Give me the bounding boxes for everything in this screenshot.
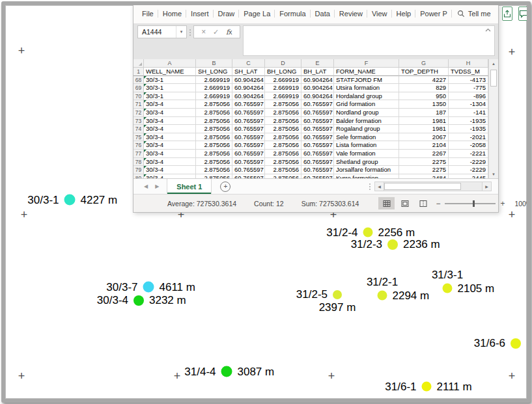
grid-cell[interactable]: 2.875056	[196, 117, 232, 126]
well-dot[interactable]	[363, 228, 373, 237]
grid-cell[interactable]: 2.669919	[196, 84, 232, 92]
grid-cell[interactable]: 30/3-4	[144, 109, 196, 117]
vertical-scroll-thumb[interactable]	[490, 70, 497, 87]
grid-cell[interactable]: 829	[399, 84, 449, 92]
grid-cell[interactable]: 2.875056	[265, 166, 301, 174]
grid-cell[interactable]: 60.904264	[301, 92, 334, 101]
column-header-A[interactable]: A	[144, 59, 196, 68]
ribbon-tab-data[interactable]: Data	[311, 4, 335, 23]
grid-cell[interactable]: 2.875056	[196, 100, 232, 109]
grid-cell[interactable]: 187	[399, 109, 449, 117]
grid-cell[interactable]: Vale formation	[334, 150, 399, 158]
grid-cell[interactable]: 2267	[399, 150, 449, 158]
row-header-74[interactable]: 74	[133, 125, 144, 133]
grid-cell[interactable]: 60.904264	[232, 76, 265, 85]
well-dot[interactable]	[333, 290, 342, 299]
grid-cell[interactable]: 60.765597	[232, 158, 265, 167]
grid-cell[interactable]: Hordaland group	[334, 92, 399, 101]
grid-cell[interactable]: 60.765597	[232, 141, 265, 150]
grid-cell[interactable]: -2229	[449, 158, 488, 167]
grid-cell[interactable]: 1350	[399, 100, 449, 109]
row-header-1[interactable]: 1	[133, 68, 144, 76]
tell-me-box[interactable]: Tell me	[452, 10, 496, 18]
grid-cell[interactable]: -1935	[449, 125, 488, 133]
row-header-68[interactable]: 68	[133, 76, 144, 85]
collapse-formula-bar-icon[interactable]	[485, 28, 491, 32]
grid-cell[interactable]: 2.875056	[196, 133, 232, 142]
grid-cell[interactable]: 2.875056	[196, 158, 232, 167]
page-layout-icon[interactable]	[397, 197, 413, 209]
grid-cell[interactable]: 60.904264	[301, 84, 334, 92]
grid-cell[interactable]: 30/3-4	[144, 166, 196, 174]
row-header-70[interactable]: 70	[133, 92, 144, 101]
grid-cell[interactable]: Sele formation	[334, 133, 399, 142]
grid-cell[interactable]: 60.765597	[301, 158, 334, 167]
grid-cell[interactable]: -2058	[449, 141, 488, 150]
row-header-73[interactable]: 73	[133, 117, 144, 126]
grid-cell[interactable]: -896	[449, 92, 488, 101]
grid-cell[interactable]: 30/3-1	[144, 92, 196, 101]
grid-cell[interactable]: 1981	[399, 117, 449, 126]
grid-cell[interactable]: 60.765597	[301, 150, 334, 158]
grid-cell[interactable]: 60.765597	[232, 133, 265, 142]
grid-cell[interactable]: -2221	[449, 150, 488, 158]
grid-cell[interactable]: 30/3-4	[144, 150, 196, 158]
grid-cell[interactable]: 2.875056	[196, 125, 232, 133]
grid-cell[interactable]: 2.875056	[265, 141, 301, 150]
grid-cell[interactable]: 30/3-1	[144, 76, 196, 85]
row-header-77[interactable]: 77	[133, 150, 144, 158]
well-dot[interactable]	[422, 382, 432, 392]
grid-cell[interactable]: 60.765597	[232, 100, 265, 109]
grid-cell[interactable]: 2.875056	[196, 150, 232, 158]
grid-cell[interactable]: 2275	[399, 158, 449, 167]
grid-cell[interactable]: 2.875056	[265, 125, 301, 133]
well-dot[interactable]	[443, 284, 453, 293]
well-dot[interactable]	[143, 282, 154, 293]
grid-cell[interactable]: Kyrre formation	[334, 174, 399, 178]
grid-cell[interactable]: 30/3-4	[144, 133, 196, 142]
grid-cell[interactable]: -2445	[449, 174, 488, 178]
grid-cell[interactable]: 60.904264	[232, 92, 265, 101]
grid-cell[interactable]: 2.875056	[265, 150, 301, 158]
grid-cell[interactable]: 2.875056	[265, 100, 301, 109]
scroll-down-icon[interactable]: ▼	[489, 170, 498, 178]
grid-cell[interactable]: WELL_NAME	[144, 68, 196, 76]
zoom-out-button[interactable]: −	[436, 199, 440, 208]
row-header-69[interactable]: 69	[133, 84, 144, 92]
grid-cell[interactable]: -775	[449, 84, 488, 92]
scroll-up-icon[interactable]: ▲	[489, 59, 498, 68]
grid-cell[interactable]: 30/3-1	[144, 84, 196, 92]
plus-circle-icon[interactable]: +	[220, 182, 231, 192]
row-header-78[interactable]: 78	[133, 158, 144, 167]
grid-cell[interactable]: -1304	[449, 100, 488, 109]
grid-cell[interactable]: Shetland group	[334, 158, 399, 167]
well-dot[interactable]	[387, 239, 398, 250]
grid-cell[interactable]: FORM_NAME	[334, 68, 399, 76]
grid-cell[interactable]: 60.765597	[301, 133, 334, 142]
grid-cell[interactable]: SH_LAT	[232, 68, 265, 76]
grid-cell[interactable]: 60.765597	[301, 100, 334, 109]
grid-cell[interactable]: 2104	[399, 141, 449, 150]
column-header-B[interactable]: B	[196, 59, 232, 68]
scroll-left-icon[interactable]: ◀	[374, 182, 384, 191]
ribbon-tab-file[interactable]: File	[137, 4, 158, 23]
grid-cell[interactable]: 60.765597	[301, 141, 334, 150]
formula-input[interactable]	[243, 25, 495, 56]
grid-cell[interactable]: 60.904264	[301, 76, 334, 85]
sheet-tab-active[interactable]: Sheet 1	[167, 179, 212, 194]
grid-cell[interactable]: Lista formation	[334, 141, 399, 150]
grid-cell[interactable]: 30/3-4	[144, 125, 196, 133]
grid-cell[interactable]: 2.875056	[265, 133, 301, 142]
grid-cell[interactable]: 2067	[399, 133, 449, 142]
grid-cell[interactable]: 2.669919	[265, 92, 301, 101]
column-header-D[interactable]: D	[265, 59, 301, 68]
grid-cell[interactable]: 60.765597	[301, 117, 334, 126]
grid-cell[interactable]: -1935	[449, 117, 488, 126]
ribbon-tab-draw[interactable]: Draw	[214, 4, 240, 23]
grid-cell[interactable]: 60.765597	[232, 125, 265, 133]
grid-cell[interactable]: BH_LAT	[301, 68, 334, 76]
grid-cell[interactable]: 950	[399, 92, 449, 101]
grid-cell[interactable]: 2.669919	[196, 76, 232, 85]
grid-cell[interactable]: 2.669919	[265, 76, 301, 85]
zoom-level[interactable]: 100%	[514, 200, 531, 208]
